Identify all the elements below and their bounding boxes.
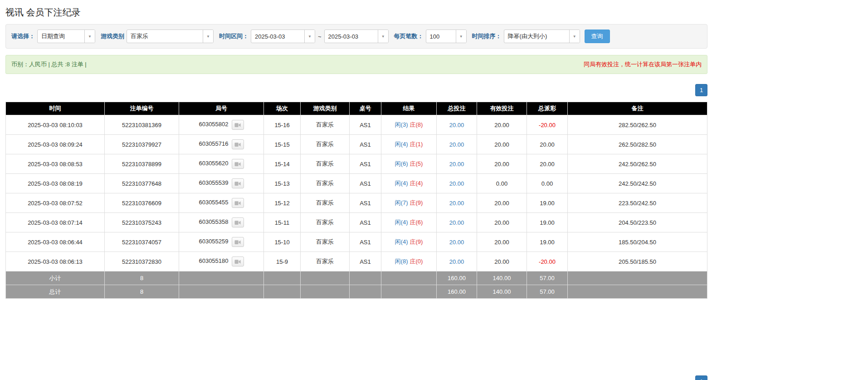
page-size-select[interactable]: 100 ▼ — [426, 30, 467, 43]
empty-cell — [381, 285, 437, 299]
total-bet-link[interactable]: 20.00 — [449, 180, 464, 187]
search-button[interactable]: 查询 — [585, 30, 610, 43]
video-replay-button[interactable] — [232, 139, 244, 149]
empty-cell — [264, 285, 301, 299]
round-no-text: 603055802 — [199, 121, 228, 128]
video-icon — [234, 123, 241, 128]
sort-value: 降幂(由大到小) — [504, 30, 569, 43]
chevron-down-icon[interactable]: ▼ — [569, 30, 580, 43]
total-bet-link[interactable]: 20.00 — [449, 239, 464, 246]
cell-round-no: 603055802 — [179, 115, 264, 135]
empty-cell — [264, 271, 301, 285]
video-icon — [234, 181, 241, 186]
video-replay-button[interactable] — [232, 120, 244, 130]
cell-table-no: AS1 — [350, 232, 381, 252]
chevron-down-icon[interactable]: ▼ — [84, 30, 95, 43]
result-banker: 庄(1) — [410, 141, 423, 148]
cell-payout: 19.00 — [527, 213, 568, 232]
result-player: 闲(4) — [395, 219, 408, 226]
video-replay-button[interactable] — [232, 198, 244, 208]
video-replay-button[interactable] — [232, 178, 244, 188]
sort-select[interactable]: 降幂(由大到小) ▼ — [504, 30, 580, 43]
chevron-down-icon[interactable]: ▼ — [378, 30, 388, 43]
total-bet-link[interactable]: 20.00 — [449, 122, 464, 128]
filter-bar: 请选择： 日期查询 ▼ 游戏类别 百家乐 ▼ 时间区间： 2025-03-03 … — [5, 24, 707, 49]
cell-remark: 242.50/242.50 — [568, 174, 707, 193]
cell-remark: 242.50/262.50 — [568, 154, 707, 174]
video-replay-button[interactable] — [232, 237, 244, 247]
result-player: 闲(4) — [395, 180, 408, 187]
total-bet-link[interactable]: 20.00 — [449, 141, 464, 148]
empty-cell — [301, 285, 350, 299]
cell-round-no: 603055716 — [179, 135, 264, 154]
total-bet-link[interactable]: 20.00 — [449, 258, 464, 265]
cell-remark: 223.50/242.50 — [568, 193, 707, 213]
bet-records-table: 时间 注单编号 局号 场次 游戏类别 桌号 结果 总投注 有效投注 总派彩 备注… — [5, 102, 707, 299]
pagination-bottom: 1 — [5, 375, 707, 380]
col-header-payout: 总派彩 — [527, 102, 568, 115]
video-icon — [234, 259, 241, 264]
cell-time: 2025-03-03 08:09:24 — [6, 135, 105, 154]
date-from-select[interactable]: 2025-03-03 ▼ — [251, 30, 315, 43]
empty-cell — [350, 271, 381, 285]
cell-time: 2025-03-03 08:06:13 — [6, 252, 105, 271]
video-replay-button[interactable] — [232, 257, 244, 266]
cell-table-no: AS1 — [350, 154, 381, 174]
cell-table-no: AS1 — [350, 135, 381, 154]
date-from-value: 2025-03-03 — [251, 30, 304, 43]
date-to-select[interactable]: 2025-03-03 ▼ — [324, 30, 389, 43]
cell-session: 15-16 — [264, 115, 301, 135]
empty-cell — [179, 271, 264, 285]
result-banker: 庄(6) — [410, 219, 423, 226]
cell-result: 闲(3)庄(8) — [381, 115, 437, 135]
cell-valid-bet: 20.00 — [477, 154, 527, 174]
chevron-down-icon[interactable]: ▼ — [203, 30, 213, 43]
cell-session: 15-9 — [264, 252, 301, 271]
cell-payout: -20.00 — [527, 252, 568, 271]
table-row: 2025-03-03 08:08:19 522310377648 6030555… — [6, 174, 707, 193]
warning-text: 同局有效投注，统一计算在该局第一张注单内 — [584, 60, 702, 69]
cell-bet-no: 522310375243 — [105, 213, 179, 232]
cell-total-bet: 20.00 — [437, 193, 477, 213]
col-header-remark: 备注 — [568, 102, 707, 115]
cell-table-no: AS1 — [350, 115, 381, 135]
cell-remark: 262.50/282.50 — [568, 135, 707, 154]
video-replay-button[interactable] — [232, 159, 244, 169]
total-bet-link[interactable]: 20.00 — [449, 200, 464, 207]
cell-total-bet: 20.00 — [437, 135, 477, 154]
cell-game-type: 百家乐 — [301, 174, 350, 193]
select-label: 请选择： — [11, 32, 35, 40]
total-bet-link[interactable]: 20.00 — [449, 161, 464, 168]
cell-session: 15-10 — [264, 232, 301, 252]
round-no-text: 603055620 — [199, 160, 228, 167]
chevron-down-icon[interactable]: ▼ — [304, 30, 315, 43]
cell-bet-no: 522310378899 — [105, 154, 179, 174]
page-button-1[interactable]: 1 — [695, 84, 707, 96]
cell-valid-bet: 20.00 — [477, 115, 527, 135]
result-banker: 庄(9) — [410, 238, 423, 245]
cell-time: 2025-03-03 08:07:52 — [6, 193, 105, 213]
cell-game-type: 百家乐 — [301, 154, 350, 174]
total-bet-link[interactable]: 20.00 — [449, 219, 464, 226]
result-player: 闲(4) — [395, 238, 408, 245]
cell-payout: 20.00 — [527, 135, 568, 154]
subtotal-total-bet: 160.00 — [437, 271, 477, 285]
cell-payout: -20.00 — [527, 115, 568, 135]
cell-round-no: 603055180 — [179, 252, 264, 271]
cell-result: 闲(4)庄(9) — [381, 232, 437, 252]
game-type-select[interactable]: 百家乐 ▼ — [127, 30, 214, 43]
cell-session: 15-14 — [264, 154, 301, 174]
cell-result: 闲(4)庄(4) — [381, 174, 437, 193]
page-button-1[interactable]: 1 — [695, 375, 707, 380]
col-header-result: 结果 — [381, 102, 437, 115]
empty-cell — [350, 285, 381, 299]
video-icon — [234, 220, 241, 225]
cell-total-bet: 20.00 — [437, 115, 477, 135]
page-container: 视讯 会员下注纪录 请选择： 日期查询 ▼ 游戏类别 百家乐 ▼ 时间区间： 2… — [5, 6, 707, 380]
subtotal-label: 小计 — [6, 271, 105, 285]
video-replay-button[interactable] — [232, 217, 244, 227]
col-header-session: 场次 — [264, 102, 301, 115]
query-type-select[interactable]: 日期查询 ▼ — [37, 30, 95, 43]
chevron-down-icon[interactable]: ▼ — [456, 30, 466, 43]
cell-game-type: 百家乐 — [301, 193, 350, 213]
